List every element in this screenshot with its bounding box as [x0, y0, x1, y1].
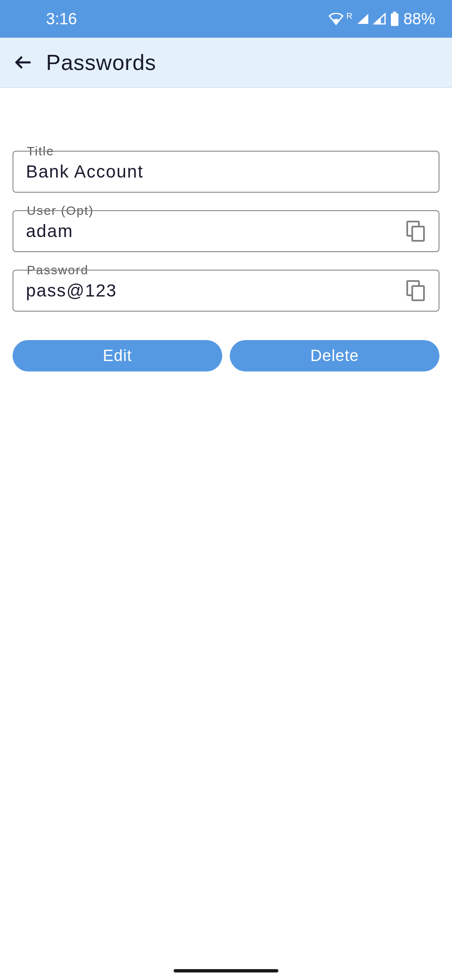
- delete-button[interactable]: Delete: [230, 340, 439, 371]
- user-field-value: adam: [26, 221, 405, 241]
- status-time: 3:16: [46, 10, 77, 28]
- button-row: Edit Delete: [13, 340, 439, 371]
- copy-user-button[interactable]: [405, 221, 426, 242]
- navigation-handle[interactable]: [174, 969, 278, 972]
- content-area: Title Bank Account User (Opt) adam Passw…: [0, 88, 452, 371]
- svg-rect-3: [412, 227, 424, 241]
- edit-button[interactable]: Edit: [13, 340, 222, 371]
- copy-password-button[interactable]: [405, 280, 426, 301]
- back-button[interactable]: [13, 52, 33, 73]
- arrow-left-icon: [14, 53, 32, 72]
- battery-icon: [390, 12, 399, 26]
- svg-rect-5: [412, 286, 424, 300]
- password-field[interactable]: pass@123: [13, 270, 439, 312]
- page-title: Passwords: [46, 50, 156, 75]
- copy-icon: [406, 221, 425, 242]
- status-right: R 88%: [329, 10, 435, 28]
- app-bar: Passwords: [0, 38, 452, 88]
- copy-icon: [406, 280, 425, 301]
- signal-icon-1: [357, 13, 369, 25]
- signal-icon-2: [373, 13, 386, 25]
- password-field-value: pass@123: [26, 281, 405, 301]
- title-field-group: Title Bank Account: [13, 151, 439, 193]
- password-field-group: Password pass@123: [13, 270, 439, 312]
- battery-percent: 88%: [403, 10, 435, 28]
- user-field[interactable]: adam: [13, 210, 439, 252]
- status-bar: 3:16 R 88%: [0, 0, 452, 38]
- title-field-value: Bank Account: [26, 162, 426, 182]
- roaming-indicator: R: [346, 11, 352, 21]
- title-field[interactable]: Bank Account: [13, 151, 439, 193]
- user-field-group: User (Opt) adam: [13, 210, 439, 252]
- svg-rect-0: [393, 12, 396, 13]
- wifi-icon: [329, 13, 344, 25]
- svg-rect-1: [391, 13, 398, 26]
